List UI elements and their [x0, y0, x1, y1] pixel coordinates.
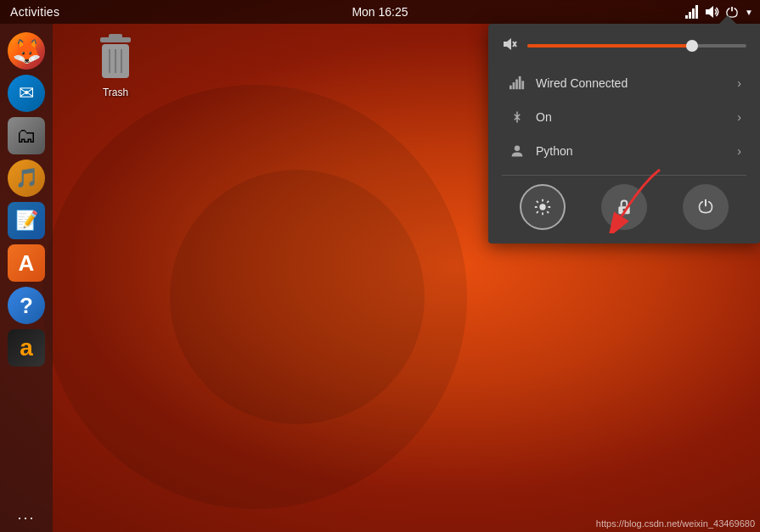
dock-item-amazon[interactable] [8, 329, 45, 367]
topbar-left: Activities [7, 5, 63, 19]
wired-network-arrow: › [737, 76, 741, 90]
wired-network-item[interactable]: Wired Connected › [502, 66, 746, 100]
trash-label: Trash [103, 87, 128, 98]
lock-button[interactable] [601, 184, 647, 230]
volume-status-icon[interactable] [706, 5, 719, 19]
svg-rect-18 [521, 81, 524, 89]
trash-icon-graphic [93, 32, 138, 83]
url-bar: https://blog.csdn.net/weixin_43469680 [596, 518, 755, 529]
svg-rect-14 [509, 86, 512, 90]
svg-rect-15 [513, 82, 515, 89]
user-arrow: › [737, 144, 741, 158]
dock-more-apps[interactable]: ... [17, 506, 35, 524]
svg-rect-6 [109, 34, 122, 39]
popup-action-buttons [502, 184, 746, 230]
svg-marker-4 [706, 6, 713, 18]
trash-desktop-icon[interactable]: Trash [93, 32, 138, 98]
volume-slider[interactable] [527, 44, 746, 48]
topbar: Activities Mon 16:25 [0, 0, 760, 24]
user-item[interactable]: Python › [502, 134, 746, 168]
bluetooth-icon [507, 107, 527, 127]
power-button[interactable] [683, 184, 729, 230]
bluetooth-arrow: › [737, 110, 741, 124]
volume-mute-icon [502, 37, 519, 54]
user-icon [507, 141, 527, 161]
wired-network-label: Wired Connected [536, 76, 737, 90]
svg-rect-17 [519, 76, 521, 89]
dock-item-help[interactable] [8, 287, 45, 324]
activities-button[interactable]: Activities [7, 5, 63, 19]
dock-item-thunderbird[interactable] [8, 75, 45, 112]
wired-network-icon [507, 73, 527, 93]
svg-point-21 [622, 209, 625, 211]
network-status-icon[interactable] [685, 5, 699, 19]
svg-rect-16 [515, 80, 518, 90]
bluetooth-item[interactable]: On › [502, 100, 746, 134]
volume-control-row [502, 37, 746, 54]
dock-item-rhythmbox[interactable] [8, 160, 45, 197]
svg-rect-3 [695, 5, 698, 19]
svg-rect-0 [685, 15, 688, 19]
svg-point-19 [515, 146, 520, 151]
datetime-display: Mon 16:25 [352, 5, 408, 19]
dock-item-writer[interactable] [8, 202, 45, 239]
svg-rect-2 [692, 8, 695, 19]
dock: ... [0, 24, 53, 532]
bluetooth-label: On [536, 110, 737, 124]
settings-button[interactable] [520, 184, 566, 230]
popup-divider [502, 175, 746, 176]
svg-marker-11 [504, 38, 511, 50]
system-tray-popup: Wired Connected › On › Python › [488, 24, 760, 244]
dock-item-firefox[interactable] [8, 32, 45, 70]
topbar-dropdown-arrow[interactable]: ▼ [745, 8, 753, 17]
volume-slider-thumb [686, 40, 698, 52]
dock-item-appcenter[interactable] [8, 244, 45, 282]
desktop: Activities Mon 16:25 [0, 0, 760, 532]
user-label: Python [536, 144, 737, 158]
svg-rect-1 [689, 12, 691, 19]
volume-slider-fill [527, 44, 692, 48]
dock-item-files[interactable] [8, 117, 45, 154]
popup-arrow [719, 15, 736, 24]
